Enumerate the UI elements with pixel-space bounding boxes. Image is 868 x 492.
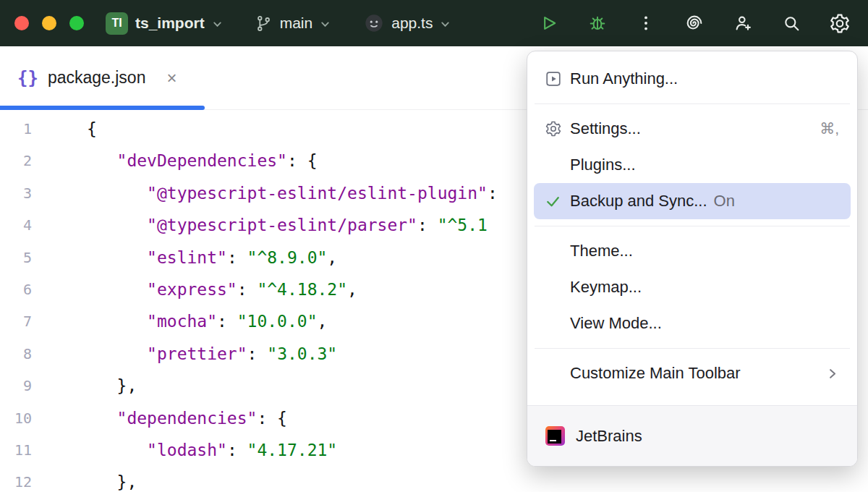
run-anything-icon xyxy=(545,70,570,88)
jetbrains-logo-icon xyxy=(545,426,565,446)
line-number: 8 xyxy=(0,338,32,370)
code-text: "lodash": "4.17.21" xyxy=(32,434,337,466)
search-icon[interactable] xyxy=(780,12,802,34)
menu-items: Run Anything...Settings...⌘,Plugins...Ba… xyxy=(527,61,857,391)
code-text: "eslint": "^8.9.0", xyxy=(32,242,337,273)
line-number: 2 xyxy=(0,145,32,177)
run-config-name: app.ts xyxy=(391,14,433,32)
check-icon xyxy=(545,193,570,210)
traffic-lights xyxy=(14,16,84,30)
brand-label: JetBrains xyxy=(576,427,642,446)
code-text: "devDependencies": { xyxy=(32,145,318,177)
chevron-down-icon xyxy=(320,19,331,30)
line-number: 3 xyxy=(0,177,32,209)
menu-item-label: View Mode... xyxy=(570,314,662,333)
menu-item-settings[interactable]: Settings...⌘, xyxy=(534,111,851,147)
menu-item-label: Theme... xyxy=(570,242,633,260)
menu-item-backup-and-sync[interactable]: Backup and Sync...On xyxy=(534,183,851,219)
menu-separator xyxy=(535,103,850,104)
code-text: "prettier": "3.0.3" xyxy=(32,338,337,370)
toolbar-actions xyxy=(538,12,854,34)
branch-name: main xyxy=(280,14,313,32)
close-window-button[interactable] xyxy=(14,16,29,30)
project-icon: TI xyxy=(106,12,128,35)
menu-item-state: On xyxy=(714,192,735,211)
more-vertical-icon[interactable] xyxy=(635,12,657,34)
menu-item-shortcut: ⌘, xyxy=(820,120,839,137)
line-number: 9 xyxy=(0,370,32,402)
code-text: "@typescript-eslint/parser": "^5.1 xyxy=(32,209,488,241)
code-text: "mocha": "10.0.0", xyxy=(32,305,327,337)
chevron-down-icon xyxy=(212,19,223,30)
line-number: 5 xyxy=(0,242,32,273)
debug-icon[interactable] xyxy=(587,12,608,34)
menu-item-theme[interactable]: Theme... xyxy=(534,233,851,269)
chevron-right-icon xyxy=(825,367,839,381)
chevron-down-icon xyxy=(440,19,451,30)
menu-item-customize-main-toolbar[interactable]: Customize Main Toolbar xyxy=(534,355,851,391)
add-user-icon[interactable] xyxy=(732,12,754,34)
close-tab-icon[interactable]: × xyxy=(166,69,176,87)
settings-icon[interactable] xyxy=(829,12,851,34)
line-number: 11 xyxy=(0,434,32,466)
ai-spiral-icon[interactable] xyxy=(684,12,705,34)
code-text: }, xyxy=(32,370,137,402)
code-text: }, xyxy=(32,466,137,492)
line-number: 1 xyxy=(0,113,32,145)
tab-label: package.json xyxy=(48,68,146,88)
menu-item-plugins[interactable]: Plugins... xyxy=(534,147,851,183)
menu-item-label: Customize Main Toolbar xyxy=(570,364,741,383)
ide-window: TI ts_import main xyxy=(0,0,868,492)
code-text: { xyxy=(32,113,97,145)
run-config-file-icon xyxy=(364,13,384,33)
line-number: 10 xyxy=(0,402,32,434)
json-file-icon: {} xyxy=(17,68,38,88)
menu-separator xyxy=(535,226,850,226)
menu-item-label: Settings... xyxy=(570,119,641,138)
line-number: 6 xyxy=(0,273,32,305)
code-text: "@typescript-eslint/eslint-plugin": xyxy=(32,177,508,209)
code-text: "express": "^4.18.2", xyxy=(32,273,357,305)
settings-icon xyxy=(545,120,570,137)
minimize-window-button[interactable] xyxy=(42,16,56,30)
git-branch-icon xyxy=(255,14,273,33)
menu-separator xyxy=(535,348,850,349)
menu-item-label: Run Anything... xyxy=(570,69,678,88)
tab-package-json[interactable]: {} package.json × xyxy=(0,46,176,109)
active-tab-indicator xyxy=(0,106,205,110)
settings-dropdown-menu: Run Anything...Settings...⌘,Plugins...Ba… xyxy=(527,51,858,467)
line-number: 7 xyxy=(0,305,32,337)
main-toolbar: TI ts_import main xyxy=(0,0,868,46)
code-line[interactable]: 12 }, xyxy=(0,466,868,492)
line-number: 4 xyxy=(0,209,32,241)
menu-footer: JetBrains xyxy=(527,405,857,466)
code-text: "dependencies": { xyxy=(32,402,287,434)
run-icon[interactable] xyxy=(538,12,560,34)
project-name: ts_import xyxy=(135,14,205,32)
run-configuration-widget[interactable]: app.ts xyxy=(364,13,451,33)
menu-item-keymap[interactable]: Keymap... xyxy=(534,269,851,305)
branch-widget[interactable]: main xyxy=(255,14,331,33)
menu-item-label: Backup and Sync... xyxy=(570,192,707,211)
menu-item-label: Plugins... xyxy=(570,156,636,174)
project-widget[interactable]: TI ts_import xyxy=(106,12,223,35)
zoom-window-button[interactable] xyxy=(69,16,84,30)
menu-item-view-mode[interactable]: View Mode... xyxy=(534,305,851,342)
menu-item-run-anything[interactable]: Run Anything... xyxy=(534,61,851,97)
line-number: 12 xyxy=(0,466,32,492)
menu-item-label: Keymap... xyxy=(570,278,642,297)
